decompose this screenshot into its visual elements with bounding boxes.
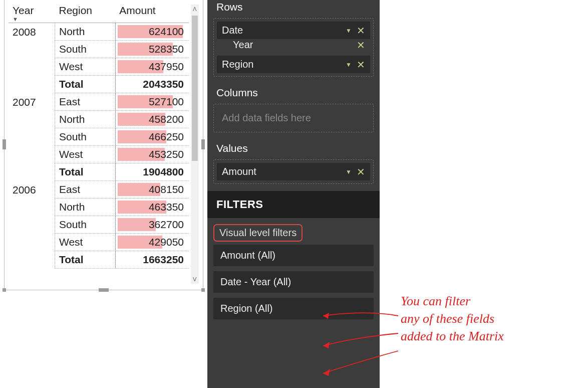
- visual-level-filters-label: Visual level filters: [213, 224, 303, 242]
- region-cell: West: [55, 58, 115, 76]
- region-cell: North: [55, 111, 115, 128]
- scroll-thumb[interactable]: [192, 16, 198, 161]
- table-row: 2008North624100: [9, 23, 189, 41]
- year-cell: 2008: [9, 23, 55, 93]
- amount-cell: 624100: [115, 23, 189, 41]
- table-row: 2007East527100: [9, 93, 189, 111]
- field-pill-date[interactable]: Date ▼ ✕: [217, 22, 370, 39]
- total-label: Total: [55, 251, 115, 269]
- amount-cell: 362700: [115, 216, 189, 234]
- sort-desc-icon: ▼: [13, 17, 51, 22]
- values-well[interactable]: Amount ▼ ✕: [213, 159, 374, 184]
- vertical-scrollbar[interactable]: ᐱ ᐯ: [191, 5, 199, 284]
- amount-cell: 463350: [115, 199, 189, 216]
- amount-cell: 453250: [115, 146, 189, 163]
- col-header-amount[interactable]: Amount: [115, 3, 189, 23]
- remove-icon[interactable]: ✕: [357, 167, 365, 177]
- field-pill-amount[interactable]: Amount ▼ ✕: [217, 163, 370, 180]
- field-label: Date: [222, 25, 346, 36]
- amount-cell: 528350: [115, 41, 189, 58]
- total-amount: 2043350: [115, 76, 189, 93]
- region-cell: North: [55, 23, 115, 41]
- filter-chip[interactable]: Region (All): [213, 298, 374, 319]
- remove-icon[interactable]: ✕: [357, 40, 365, 50]
- chevron-down-icon[interactable]: ▼: [346, 168, 352, 175]
- total-label: Total: [55, 163, 115, 181]
- filter-chip[interactable]: Amount (All): [213, 245, 374, 266]
- remove-icon[interactable]: ✕: [357, 26, 365, 36]
- filters-header: FILTERS: [207, 191, 380, 218]
- amount-cell: 408150: [115, 181, 189, 199]
- amount-cell: 527100: [115, 93, 189, 111]
- amount-cell: 437950: [115, 58, 189, 76]
- total-label: Total: [55, 76, 115, 93]
- remove-icon[interactable]: ✕: [357, 60, 365, 70]
- year-cell: 2006: [9, 181, 55, 269]
- columns-well-label: Columns: [207, 84, 380, 104]
- values-well-label: Values: [207, 139, 380, 159]
- region-cell: South: [55, 216, 115, 234]
- col-header-year[interactable]: Year ▼: [9, 3, 55, 23]
- field-label: Year: [222, 39, 357, 51]
- table-row: 2006East408150: [9, 181, 189, 199]
- fields-panel: Rows Date ▼ ✕ Year ✕ Region ▼ ✕ Columns …: [207, 0, 380, 388]
- field-pill-region[interactable]: Region ▼ ✕: [217, 56, 370, 73]
- year-cell: 2007: [9, 93, 55, 181]
- amount-cell: 458200: [115, 111, 189, 128]
- annotation-text: You can filter any of these fields added…: [401, 292, 504, 345]
- field-label: Amount: [222, 166, 346, 177]
- chevron-down-icon[interactable]: ▼: [346, 61, 352, 68]
- region-cell: West: [55, 146, 115, 163]
- field-pill-date-year[interactable]: Year ✕: [217, 39, 370, 54]
- chevron-down-icon[interactable]: ▼: [346, 27, 352, 34]
- filter-chip[interactable]: Date - Year (All): [213, 271, 374, 293]
- col-header-region[interactable]: Region: [55, 3, 115, 23]
- total-amount: 1904800: [115, 163, 189, 181]
- total-amount: 1663250: [115, 251, 189, 269]
- scroll-down-icon[interactable]: ᐯ: [191, 275, 199, 284]
- matrix-visual[interactable]: Year ▼ Region Amount 2008North624100Sout…: [4, 0, 203, 290]
- columns-placeholder: Add data fields here: [217, 107, 370, 129]
- amount-cell: 429050: [115, 234, 189, 251]
- region-cell: West: [55, 234, 115, 251]
- amount-cell: 466250: [115, 128, 189, 146]
- region-cell: South: [55, 41, 115, 58]
- matrix-table: Year ▼ Region Amount 2008North624100Sout…: [9, 3, 189, 269]
- scroll-up-icon[interactable]: ᐱ: [191, 5, 199, 14]
- region-cell: North: [55, 199, 115, 216]
- rows-well[interactable]: Date ▼ ✕ Year ✕ Region ▼ ✕: [213, 18, 374, 77]
- columns-well[interactable]: Add data fields here: [213, 104, 374, 132]
- rows-well-label: Rows: [207, 0, 380, 18]
- field-label: Region: [222, 59, 346, 70]
- region-cell: South: [55, 128, 115, 146]
- region-cell: East: [55, 93, 115, 111]
- region-cell: East: [55, 181, 115, 199]
